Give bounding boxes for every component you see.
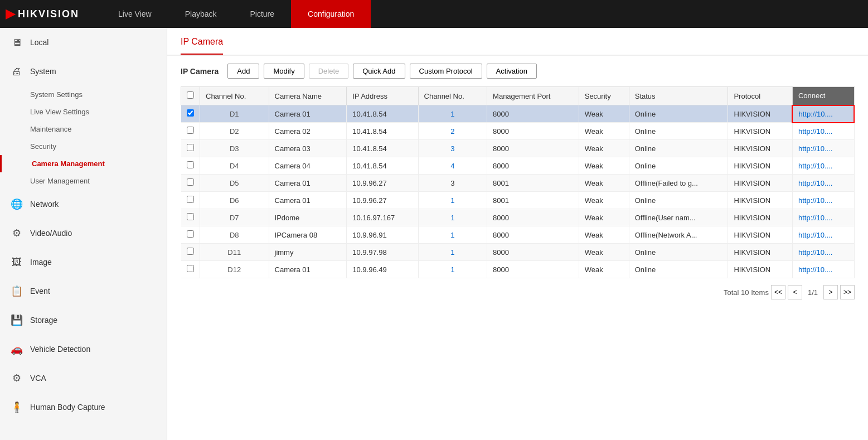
row-management-port: 8001 xyxy=(487,192,579,209)
row-checkbox[interactable] xyxy=(187,213,194,220)
vca-icon: ⚙ xyxy=(9,370,25,386)
modify-button[interactable]: Modify xyxy=(264,64,304,79)
sidebar-label-local: Local xyxy=(30,38,49,47)
human-icon: 🧍 xyxy=(9,399,25,415)
row-checkbox-cell xyxy=(181,175,200,192)
table-row: D6Camera 0110.9.96.2718001WeakOnlineHIKV… xyxy=(181,192,855,209)
sidebar-label-vehicle-detection: Vehicle Detection xyxy=(30,345,90,354)
sidebar-label-storage: Storage xyxy=(30,316,57,325)
row-camera-name: Camera 01 xyxy=(269,261,347,278)
page-last-button[interactable]: >> xyxy=(840,285,855,299)
row-connect-link[interactable]: http://10.... xyxy=(792,244,854,261)
row-channel-no: 4 xyxy=(418,157,487,175)
table-row: D12Camera 0110.9.96.4918000WeakOnlineHIK… xyxy=(181,261,855,278)
row-status: Online xyxy=(629,244,728,261)
row-camera-name: Camera 01 xyxy=(269,175,347,192)
row-checkbox[interactable] xyxy=(187,178,194,186)
row-connect-link[interactable]: http://10.... xyxy=(792,140,854,157)
row-checkbox-cell xyxy=(181,105,200,123)
row-checkbox[interactable] xyxy=(187,109,194,117)
page-title: IP Camera xyxy=(181,37,223,55)
row-checkbox[interactable] xyxy=(187,144,194,151)
row-checkbox[interactable] xyxy=(187,161,194,168)
nav-live-view[interactable]: Live View xyxy=(101,0,168,28)
page-first-button[interactable]: << xyxy=(771,285,785,299)
sidebar-item-storage[interactable]: 💾 Storage xyxy=(0,306,167,335)
add-button[interactable]: Add xyxy=(227,64,259,79)
row-camera-name: Camera 02 xyxy=(269,123,347,140)
sidebar-sub-user-management[interactable]: User Management xyxy=(0,172,167,190)
row-ip-address: 10.9.97.98 xyxy=(347,244,418,261)
row-checkbox-cell xyxy=(181,157,200,175)
row-protocol: HIKVISION xyxy=(728,105,793,123)
delete-button[interactable]: Delete xyxy=(309,64,349,79)
custom-protocol-button[interactable]: Custom Protocol xyxy=(410,64,482,79)
row-protocol: HIKVISION xyxy=(728,140,793,157)
sidebar-item-network[interactable]: 🌐 Network xyxy=(0,190,167,219)
row-checkbox-cell xyxy=(181,261,200,278)
row-checkbox-cell xyxy=(181,226,200,244)
sidebar-sub-security[interactable]: Security xyxy=(0,138,167,155)
row-connect-link[interactable]: http://10.... xyxy=(792,123,854,140)
sidebar-item-system[interactable]: 🖨 System xyxy=(0,57,167,86)
logo-icon: ▶ xyxy=(6,7,16,21)
row-checkbox[interactable] xyxy=(187,230,194,238)
sidebar-item-event[interactable]: 📋 Event xyxy=(0,277,167,306)
quick-add-button[interactable]: Quick Add xyxy=(353,64,405,79)
row-checkbox[interactable] xyxy=(187,265,194,272)
row-checkbox-cell xyxy=(181,123,200,140)
nav-playback[interactable]: Playback xyxy=(168,0,234,28)
row-connect-link[interactable]: http://10.... xyxy=(792,175,854,192)
page-next-button[interactable]: > xyxy=(823,285,838,299)
col-header-camera-name: Camera Name xyxy=(269,87,347,105)
nav-picture[interactable]: Picture xyxy=(234,0,292,28)
row-security: Weak xyxy=(579,123,629,140)
activation-button[interactable]: Activation xyxy=(487,64,537,79)
row-status: Online xyxy=(629,157,728,175)
main-layout: 🖥 Local 🖨 System System Settings Live Vi… xyxy=(0,28,868,440)
row-management-port: 8000 xyxy=(487,244,579,261)
col-header-channel-no: Channel No. xyxy=(200,87,269,105)
row-camera-name: IPdome xyxy=(269,209,347,226)
page-prev-button[interactable]: < xyxy=(788,285,802,299)
row-protocol: HIKVISION xyxy=(728,192,793,209)
row-connect-link[interactable]: http://10.... xyxy=(792,261,854,278)
row-connect-link[interactable]: http://10.... xyxy=(792,192,854,209)
row-channel-no: 2 xyxy=(418,123,487,140)
col-header-ip-address: IP Address xyxy=(347,87,418,105)
row-security: Weak xyxy=(579,226,629,244)
row-checkbox[interactable] xyxy=(187,196,194,203)
sidebar-sub-maintenance[interactable]: Maintenance xyxy=(0,120,167,138)
row-management-port: 8000 xyxy=(487,209,579,226)
sidebar-item-vehicle-detection[interactable]: 🚗 Vehicle Detection xyxy=(0,335,167,364)
sidebar-sub-camera-management[interactable]: Camera Management xyxy=(0,155,167,172)
toolbar-section-label: IP Camera xyxy=(181,67,219,76)
table-row: D7IPdome10.16.97.16718000WeakOffline(Use… xyxy=(181,209,855,226)
sidebar-sub-live-view-settings[interactable]: Live View Settings xyxy=(0,103,167,120)
sidebar-item-local[interactable]: 🖥 Local xyxy=(0,28,167,57)
nav-links: Live View Playback Picture Configuration xyxy=(101,0,371,28)
table-row: D3Camera 0310.41.8.5438000WeakOnlineHIKV… xyxy=(181,140,855,157)
row-status: Offline(Network A... xyxy=(629,226,728,244)
row-connect-link[interactable]: http://10.... xyxy=(792,226,854,244)
row-ip-address: 10.41.8.54 xyxy=(347,157,418,175)
sidebar-item-image[interactable]: 🖼 Image xyxy=(0,248,167,277)
row-channel-no: 1 xyxy=(418,209,487,226)
row-security: Weak xyxy=(579,157,629,175)
nav-configuration[interactable]: Configuration xyxy=(291,0,371,28)
row-management-port: 8000 xyxy=(487,140,579,157)
select-all-checkbox[interactable] xyxy=(187,91,194,99)
sidebar-sub-system-settings[interactable]: System Settings xyxy=(0,86,167,103)
row-connect-link[interactable]: http://10.... xyxy=(792,105,854,123)
table-row: D5Camera 0110.9.96.2738001WeakOffline(Fa… xyxy=(181,175,855,192)
row-checkbox[interactable] xyxy=(187,127,194,134)
row-connect-link[interactable]: http://10.... xyxy=(792,157,854,175)
row-channel-id: D2 xyxy=(200,123,269,140)
sidebar-item-video-audio[interactable]: ⚙ Video/Audio xyxy=(0,219,167,248)
row-connect-link[interactable]: http://10.... xyxy=(792,209,854,226)
sidebar-item-vca[interactable]: ⚙ VCA xyxy=(0,364,167,393)
sidebar-label-event: Event xyxy=(30,287,50,296)
row-checkbox[interactable] xyxy=(187,248,194,255)
video-audio-icon: ⚙ xyxy=(9,225,25,241)
sidebar-item-human-body-capture[interactable]: 🧍 Human Body Capture xyxy=(0,393,167,422)
